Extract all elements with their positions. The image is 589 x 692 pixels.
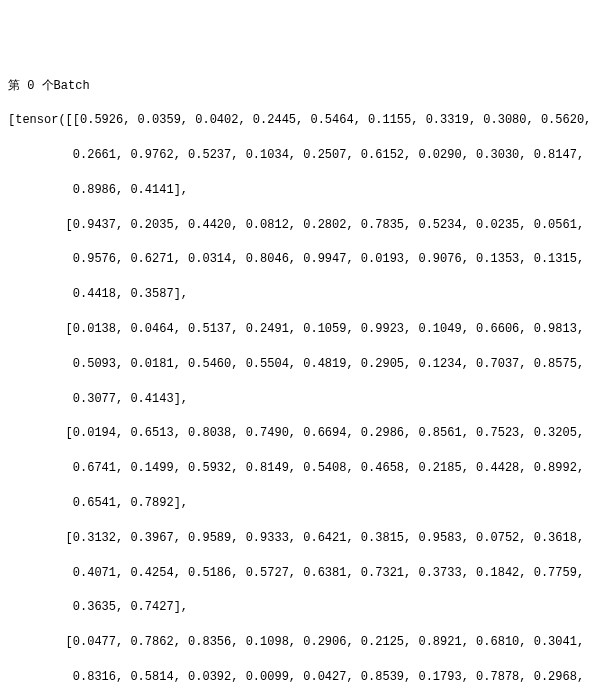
- batch0-line-5: 0.4418, 0.3587],: [8, 287, 188, 301]
- batch0-line-13: 0.4071, 0.4254, 0.5186, 0.5727, 0.6381, …: [8, 566, 584, 580]
- batch0-line-9: [0.0194, 0.6513, 0.8038, 0.7490, 0.6694,…: [8, 426, 584, 440]
- batch0-line-11: 0.6541, 0.7892],: [8, 496, 188, 510]
- batch0-line-2: 0.8986, 0.4141],: [8, 183, 188, 197]
- batch0-line-14: 0.3635, 0.7427],: [8, 600, 188, 614]
- batch0-header: 第 0 个Batch: [8, 79, 90, 93]
- batch0-line-1: 0.2661, 0.9762, 0.5237, 0.1034, 0.2507, …: [8, 148, 584, 162]
- batch0-line-0: [tensor([[0.5926, 0.0359, 0.0402, 0.2445…: [8, 113, 589, 127]
- batch0-line-15: [0.0477, 0.7862, 0.8356, 0.1098, 0.2906,…: [8, 635, 584, 649]
- batch0-line-7: 0.5093, 0.0181, 0.5460, 0.5504, 0.4819, …: [8, 357, 584, 371]
- batch0-line-8: 0.3077, 0.4143],: [8, 392, 188, 406]
- batch0-line-4: 0.9576, 0.6271, 0.0314, 0.8046, 0.9947, …: [8, 252, 584, 266]
- batch0-line-10: 0.6741, 0.1499, 0.5932, 0.8149, 0.5408, …: [8, 461, 584, 475]
- batch0-line-6: [0.0138, 0.0464, 0.5137, 0.2491, 0.1059,…: [8, 322, 584, 336]
- batch0-line-3: [0.9437, 0.2035, 0.4420, 0.0812, 0.2802,…: [8, 218, 584, 232]
- batch0-line-16: 0.8316, 0.5814, 0.0392, 0.0099, 0.0427, …: [8, 670, 584, 684]
- batch0-line-12: [0.3132, 0.3967, 0.9589, 0.9333, 0.6421,…: [8, 531, 584, 545]
